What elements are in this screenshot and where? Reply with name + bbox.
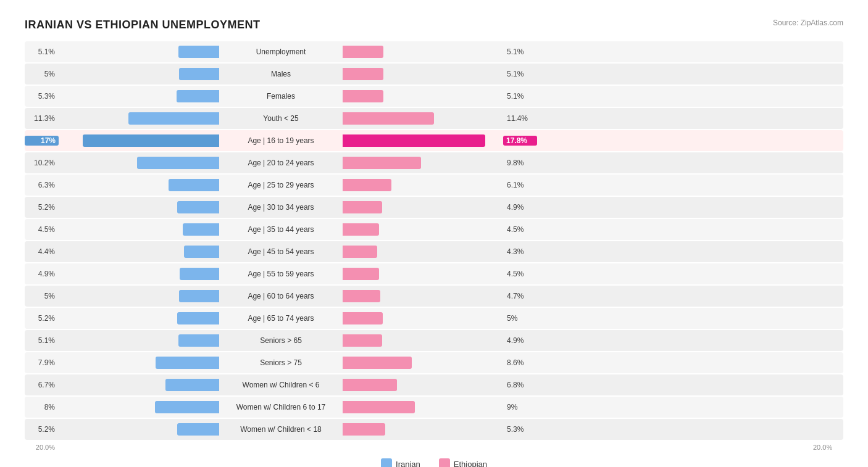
right-value: 5.1% bbox=[503, 70, 537, 78]
bar-label: Age | 30 to 34 years bbox=[219, 203, 343, 212]
bar-row: 11.3% Youth < 25 11.4% bbox=[25, 108, 843, 129]
row-inner: 5% Males 5.1% bbox=[25, 64, 843, 85]
left-bar-container bbox=[59, 68, 219, 80]
right-bar-container bbox=[343, 134, 503, 147]
bar-row: 5.2% Women w/ Children < 18 5.3% bbox=[25, 419, 843, 440]
left-bar bbox=[183, 223, 219, 236]
left-bar bbox=[165, 379, 219, 391]
bar-row: 7.9% Seniors > 75 8.6% bbox=[25, 352, 843, 373]
left-bar bbox=[177, 423, 219, 436]
bar-label: Unemployment bbox=[219, 48, 343, 56]
left-bar-container bbox=[59, 201, 219, 213]
right-bar bbox=[343, 157, 421, 169]
left-value: 6.7% bbox=[25, 381, 59, 389]
right-value: 5.3% bbox=[503, 425, 537, 434]
left-value: 11.3% bbox=[25, 114, 59, 123]
bar-row: 5% Males 5.1% bbox=[25, 64, 843, 85]
legend-color-ethiopian bbox=[439, 458, 450, 467]
chart-area: 5.1% Unemployment 5.1% 5% Males bbox=[25, 41, 843, 440]
left-value: 6.3% bbox=[25, 181, 59, 189]
right-value: 4.5% bbox=[503, 225, 537, 234]
right-bar bbox=[343, 246, 377, 258]
legend-item-iranian: Iranian bbox=[381, 458, 420, 467]
right-value: 5% bbox=[503, 314, 537, 323]
row-inner: 7.9% Seniors > 75 8.6% bbox=[25, 352, 843, 373]
chart-source: Source: ZipAtlas.com bbox=[773, 19, 843, 27]
right-value: 11.4% bbox=[503, 114, 537, 123]
axis-left-label: 20.0% bbox=[25, 444, 59, 451]
left-bar bbox=[177, 90, 219, 102]
left-bar bbox=[169, 179, 219, 191]
left-value: 4.5% bbox=[25, 225, 59, 234]
right-value: 5.1% bbox=[503, 92, 537, 101]
left-value: 4.4% bbox=[25, 247, 59, 256]
left-bar bbox=[179, 68, 219, 80]
left-bar bbox=[155, 401, 219, 413]
left-bar-container bbox=[59, 134, 219, 147]
right-bar-container bbox=[343, 290, 503, 302]
right-bar-container bbox=[343, 112, 503, 125]
row-inner: 5.3% Females 5.1% bbox=[25, 86, 843, 107]
right-bar-container bbox=[343, 46, 503, 58]
left-value: 17% bbox=[25, 136, 59, 146]
left-bar bbox=[128, 112, 219, 125]
right-value: 4.9% bbox=[503, 203, 537, 212]
bar-label: Age | 45 to 54 years bbox=[219, 247, 343, 256]
left-bar-container bbox=[59, 157, 219, 169]
bar-row: 5.1% Unemployment 5.1% bbox=[25, 41, 843, 62]
left-bar bbox=[178, 334, 219, 347]
row-inner: 6.3% Age | 25 to 29 years 6.1% bbox=[25, 175, 843, 196]
right-bar-container bbox=[343, 246, 503, 258]
bar-label: Age | 65 to 74 years bbox=[219, 314, 343, 323]
left-value: 7.9% bbox=[25, 358, 59, 367]
right-value: 4.7% bbox=[503, 292, 537, 300]
left-bar-container bbox=[59, 246, 219, 258]
left-value: 5.2% bbox=[25, 314, 59, 323]
row-inner: 6.7% Women w/ Children < 6 6.8% bbox=[25, 374, 843, 395]
right-bar bbox=[343, 334, 382, 347]
bar-label: Age | 20 to 24 years bbox=[219, 159, 343, 167]
left-value: 5.1% bbox=[25, 336, 59, 345]
right-bar bbox=[343, 112, 434, 125]
right-bar bbox=[343, 401, 415, 413]
right-bar-container bbox=[343, 68, 503, 80]
bar-label: Age | 60 to 64 years bbox=[219, 292, 343, 300]
left-bar bbox=[156, 357, 219, 369]
legend: Iranian Ethiopian bbox=[25, 458, 843, 467]
bar-row: 5.2% Age | 30 to 34 years 4.9% bbox=[25, 197, 843, 218]
right-bar-container bbox=[343, 223, 503, 236]
right-bar-container bbox=[343, 179, 503, 191]
row-inner: 4.9% Age | 55 to 59 years 4.5% bbox=[25, 263, 843, 284]
right-value: 4.3% bbox=[503, 247, 537, 256]
axis-right-label: 20.0% bbox=[809, 444, 843, 451]
legend-label-iranian: Iranian bbox=[396, 460, 420, 468]
right-bar-container bbox=[343, 357, 503, 369]
right-bar bbox=[343, 357, 412, 369]
left-value: 4.9% bbox=[25, 270, 59, 278]
bar-row: 6.3% Age | 25 to 29 years 6.1% bbox=[25, 175, 843, 196]
right-bar-container bbox=[343, 379, 503, 391]
left-bar bbox=[179, 290, 219, 302]
right-bar-container bbox=[343, 268, 503, 280]
bar-row: 4.5% Age | 35 to 44 years 4.5% bbox=[25, 219, 843, 240]
row-inner: 5.1% Unemployment 5.1% bbox=[25, 41, 843, 62]
bar-label: Age | 55 to 59 years bbox=[219, 270, 343, 278]
right-bar-container bbox=[343, 423, 503, 436]
right-bar bbox=[343, 379, 397, 391]
left-bar bbox=[177, 201, 219, 213]
row-inner: 5.1% Seniors > 65 4.9% bbox=[25, 330, 843, 351]
left-value: 5.2% bbox=[25, 203, 59, 212]
left-value: 5.3% bbox=[25, 92, 59, 101]
row-inner: 11.3% Youth < 25 11.4% bbox=[25, 108, 843, 129]
right-value: 4.9% bbox=[503, 336, 537, 345]
right-bar bbox=[343, 268, 379, 280]
legend-color-iranian bbox=[381, 458, 392, 467]
left-bar-container bbox=[59, 46, 219, 58]
left-bar-container bbox=[59, 312, 219, 324]
row-inner: 5.2% Age | 30 to 34 years 4.9% bbox=[25, 197, 843, 218]
chart-container: IRANIAN VS ETHIOPIAN UNEMPLOYMENT Source… bbox=[12, 12, 856, 467]
left-value: 5.1% bbox=[25, 48, 59, 56]
bar-row: 4.4% Age | 45 to 54 years 4.3% bbox=[25, 241, 843, 262]
left-bar bbox=[178, 46, 219, 58]
row-inner: 5.2% Women w/ Children < 18 5.3% bbox=[25, 419, 843, 440]
